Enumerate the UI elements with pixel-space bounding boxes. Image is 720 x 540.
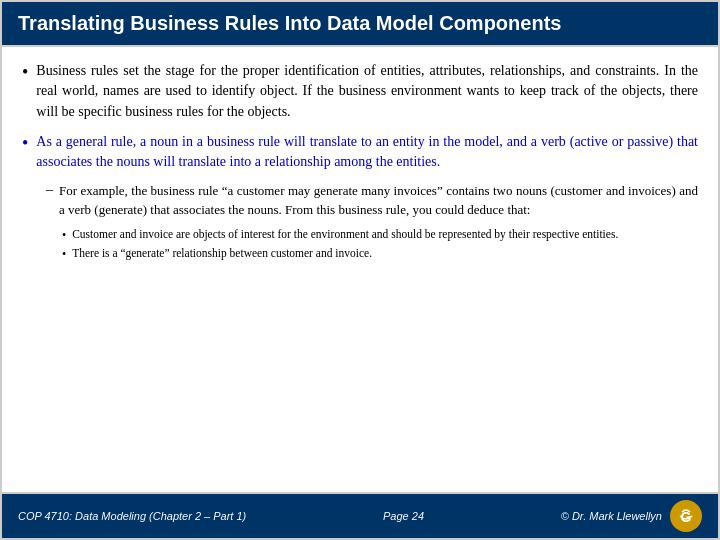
footer-left: COP 4710: Data Modeling (Chapter 2 – Par… (18, 510, 246, 522)
footer-right: © Dr. Mark Llewellyn G (561, 500, 702, 532)
logo-icon: G (670, 500, 702, 532)
slide-title: Translating Business Rules Into Data Mod… (18, 12, 561, 34)
bullet-item-1: • Business rules set the stage for the p… (22, 61, 698, 122)
sub-sub-item-1: • Customer and invoice are objects of in… (62, 227, 698, 243)
bullet-item-2: • As a general rule, a noun in a busines… (22, 132, 698, 173)
sub-sub-bullets: • Customer and invoice are objects of in… (62, 227, 698, 262)
slide-content: • Business rules set the stage for the p… (2, 47, 718, 492)
bullet-dot-2: • (22, 133, 28, 154)
bullet-text-1: Business rules set the stage for the pro… (36, 61, 698, 122)
slide-header: Translating Business Rules Into Data Mod… (2, 2, 718, 47)
footer-center: Page 24 (383, 510, 424, 522)
sub-sub-dot-2: • (62, 247, 66, 262)
sub-sub-item-2: • There is a “generate” relationship bet… (62, 246, 698, 262)
bullet-dot-1: • (22, 62, 28, 83)
sub-bullet-text: For example, the business rule “a custom… (59, 182, 698, 218)
slide-footer: COP 4710: Data Modeling (Chapter 2 – Par… (2, 492, 718, 538)
sub-sub-dot-1: • (62, 228, 66, 243)
sub-bullet-1: – For example, the business rule “a cust… (46, 182, 698, 218)
sub-sub-text-1: Customer and invoice are objects of inte… (72, 227, 618, 243)
sub-bullet-dash: – (46, 182, 53, 198)
bullet-text-2: As a general rule, a noun in a business … (36, 132, 698, 173)
slide-container: Translating Business Rules Into Data Mod… (0, 0, 720, 540)
sub-sub-text-2: There is a “generate” relationship betwe… (72, 246, 372, 262)
footer-copyright: © Dr. Mark Llewellyn (561, 510, 662, 522)
